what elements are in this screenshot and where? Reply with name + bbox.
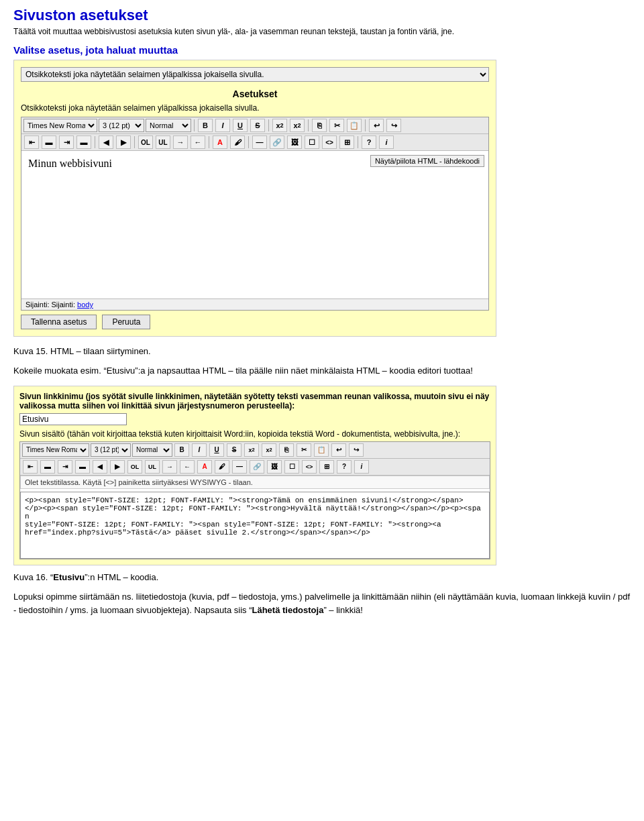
inner-underline-button[interactable]: U [209,443,224,457]
info-button[interactable]: i [379,135,394,149]
inner-text-color-button[interactable]: A [197,460,212,474]
toolbar-sep-6 [134,136,135,148]
html-source-display[interactable]: <p><span style="FONT-SIZE: 12pt; FONT-FA… [20,492,490,559]
inner-toolbar-row-2: ⇤ ▬ ⇥ ▬ ◀ ▶ OL UL → ← A 🖌 — 🔗 🖼 ☐ <> ⊞ ?… [20,459,490,476]
asetukset-label: Asetukset [21,89,489,99]
unordered-list-button[interactable]: UL [156,135,170,149]
editor-content-area[interactable]: Minun webbisivuni Näytä/piilota HTML - l… [21,151,488,298]
inner-widget-button[interactable]: ⊞ [319,460,334,474]
caption2-bold: Etusivu [53,572,85,582]
prev-page-button[interactable]: ◀ [99,135,113,149]
toolbar-sep-3 [308,119,309,131]
image-button[interactable]: 🖼 [287,135,302,149]
toolbar-sep-8 [248,136,249,148]
toolbar-sep-4 [365,119,366,131]
cancel-button[interactable]: Peruuta [102,315,150,329]
inner-redo-button[interactable]: ↪ [349,443,364,457]
bg-color-button[interactable]: 🖌 [230,135,245,149]
toolbar-sep-9 [358,136,358,148]
caption2-prefix: Kuva 16. “ [13,572,53,582]
align-justify-button[interactable]: ▬ [76,135,91,149]
link-name-label: Sivun linkkinimu (jos syötät sivulle lin… [19,392,490,410]
statusbar-link[interactable]: body [77,300,93,309]
outdent-button[interactable]: ← [191,135,205,149]
show-html-button[interactable]: Näytä/piilota HTML - lähdekoodi [370,155,484,167]
inner-font-size-select[interactable]: 3 (12 pt) [91,443,131,457]
inner-font-family-select[interactable]: Times New Roman [22,443,89,457]
toolbar-sep-7 [209,136,209,148]
inner-indent-button[interactable]: → [162,460,177,474]
font-size-select[interactable]: 3 (12 pt) [99,119,144,132]
strikethrough-button[interactable]: S [250,119,265,132]
section-heading: Valitse asetus, jota haluat muuttaa [13,44,631,56]
inner-align-center-button[interactable]: ▬ [40,460,55,474]
text-color-button[interactable]: A [213,135,227,149]
toolbar-sep-1 [194,119,195,131]
align-right-button[interactable]: ⇥ [59,135,74,149]
inner-link-button[interactable]: 🔗 [250,460,264,474]
page-subtitle: Täältä voit muuttaa webbisivustosi asetu… [13,27,631,36]
font-family-select[interactable]: Times New Roman [23,119,97,132]
toolbar-row-2: ⇤ ▬ ⇥ ▬ ◀ ▶ OL UL → ← A 🖌 — 🔗 🖼 ☐ <> ⊞ ?… [21,134,488,151]
indent-button[interactable]: → [173,135,188,149]
save-button[interactable]: Tallenna asetus [21,315,97,329]
inner-subscript-button[interactable]: x2 [244,443,259,457]
inner-align-justify-button[interactable]: ▬ [75,460,90,474]
paste-button[interactable]: 📋 [347,119,362,132]
inner-outdent-button[interactable]: ← [180,460,195,474]
cut-button[interactable]: ✂ [329,119,344,132]
html-toggle-button[interactable]: <> [322,135,337,149]
undo-button[interactable]: ↩ [369,119,384,132]
editor-text: Minun webbisivuni [28,158,112,169]
inner-box-button[interactable]: ☐ [284,460,299,474]
inner-cut-button[interactable]: ✂ [297,443,311,457]
inner-paste-button[interactable]: 📋 [314,443,329,457]
inner-image-button[interactable]: 🖼 [267,460,282,474]
ordered-list-button[interactable]: OL [138,135,153,149]
help-button[interactable]: ? [362,135,376,149]
action-buttons: Tallenna asetus Peruuta [21,315,489,329]
inner-ol-button[interactable]: OL [127,460,142,474]
inner-prev-button[interactable]: ◀ [93,460,107,474]
next-page-button[interactable]: ▶ [116,135,131,149]
editor-statusbar: Sijainti: Sijainti: body [21,298,488,310]
inner-font-style-select[interactable]: Normal [132,443,172,457]
caption-1: Kuva 15. HTML – tilaan siirtyminen. [13,346,631,356]
statusbar-label: Sijainti: [25,300,49,309]
inner-bg-color-button[interactable]: 🖌 [215,460,229,474]
inner-hr-button[interactable]: — [232,460,247,474]
setting-select[interactable]: Otsikkoteksti joka näytetään selaimen yl… [21,67,489,82]
inner-help-button[interactable]: ? [337,460,352,474]
inner-ul-button[interactable]: UL [145,460,160,474]
inner-copy-button[interactable]: ⎘ [279,443,294,457]
inner-strikethrough-button[interactable]: S [227,443,241,457]
copy-button[interactable]: ⎘ [312,119,327,132]
second-screenshot-box: Sivun linkkinimu (jos syötät sivulle lin… [13,386,496,565]
hr-button[interactable]: — [252,135,267,149]
inner-editor: Times New Roman 3 (12 pt) Normal B I U S… [19,441,490,559]
subscript-button[interactable]: x2 [272,119,287,132]
box-button[interactable]: ☐ [305,135,319,149]
align-left-button[interactable]: ⇤ [24,135,39,149]
inner-superscript-button[interactable]: x2 [262,443,276,457]
superscript-button[interactable]: x2 [290,119,305,132]
widget-button[interactable]: ⊞ [339,135,354,149]
inner-toolbar-row-1: Times New Roman 3 (12 pt) Normal B I U S… [20,442,490,459]
inner-italic-button[interactable]: I [192,443,207,457]
inner-undo-button[interactable]: ↩ [331,443,346,457]
underline-button[interactable]: U [233,119,248,132]
body-text-1: Kokeile muokata esim. “Etusivu”:a ja nap… [13,364,631,378]
font-style-select[interactable]: Normal [146,119,191,132]
inner-bold-button[interactable]: B [174,443,189,457]
link-name-input[interactable] [19,413,127,425]
inner-align-right-button[interactable]: ⇥ [58,460,72,474]
inner-html-toggle-button[interactable]: <> [302,460,317,474]
link-button[interactable]: 🔗 [270,135,284,149]
inner-align-left-button[interactable]: ⇤ [23,460,38,474]
inner-next-button[interactable]: ▶ [110,460,125,474]
bold-button[interactable]: B [198,119,213,132]
inner-info-button[interactable]: i [354,460,369,474]
italic-button[interactable]: I [215,119,230,132]
align-center-button[interactable]: ▬ [42,135,56,149]
redo-button[interactable]: ↪ [386,119,401,132]
